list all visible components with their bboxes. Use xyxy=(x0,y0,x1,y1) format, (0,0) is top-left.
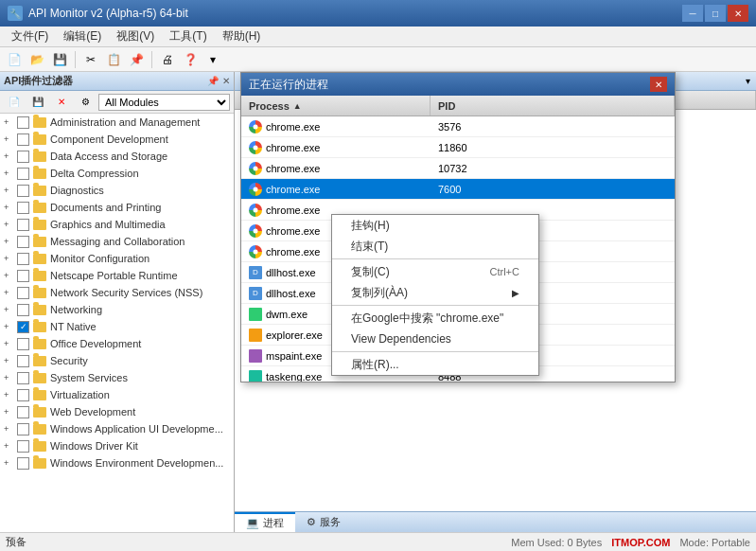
summary-title: 摘要 xyxy=(240,74,261,88)
tree-checkbox[interactable] xyxy=(17,151,29,163)
toolbar-help[interactable]: ❓ xyxy=(180,50,201,69)
tree-item[interactable]: +Diagnostics xyxy=(0,182,234,199)
tree-item[interactable]: +Windows Environment Developmen... xyxy=(0,454,234,471)
toolbar-arrow[interactable]: ▾ xyxy=(202,50,223,69)
tree-checkbox[interactable] xyxy=(17,185,29,197)
filter-save[interactable]: 💾 xyxy=(27,93,48,112)
tree-item[interactable]: +Web Development xyxy=(0,403,234,420)
process-tab-label: 进程 xyxy=(263,516,284,530)
toolbar-copy[interactable]: 📋 xyxy=(103,50,124,69)
menu-view[interactable]: 视图(V) xyxy=(109,27,162,46)
minimize-button[interactable]: ─ xyxy=(682,5,703,22)
toolbar-cut[interactable]: ✂ xyxy=(80,50,101,69)
filter-new[interactable]: 📄 xyxy=(4,93,25,112)
tree-checkbox[interactable] xyxy=(17,440,29,453)
tree-item[interactable]: +Component Development xyxy=(0,131,234,148)
maximize-button[interactable]: □ xyxy=(705,5,726,22)
menu-help[interactable]: 帮助(H) xyxy=(215,27,269,46)
close-button[interactable]: ✕ xyxy=(728,5,748,22)
tree-item[interactable]: +Messaging and Collaboration xyxy=(0,233,234,250)
toolbar-print[interactable]: 🖨 xyxy=(157,50,178,69)
tree-checkbox[interactable] xyxy=(17,406,29,418)
tree-item-label: System Services xyxy=(50,372,128,383)
tree-item-label: Documents and Printing xyxy=(50,202,161,213)
folder-icon xyxy=(32,455,47,471)
filter-toolbar: 📄 💾 ✕ ⚙ All Modules xyxy=(0,91,234,114)
tree-expander-icon: + xyxy=(4,134,17,144)
folder-icon xyxy=(32,370,47,385)
filter-delete[interactable]: ✕ xyxy=(51,93,72,112)
tree-expander-icon: + xyxy=(4,305,17,314)
tree-item[interactable]: +System Services xyxy=(0,369,234,386)
col-num: # xyxy=(235,91,273,109)
tree-item[interactable]: +Graphics and Multimedia xyxy=(0,216,234,233)
table-header: # TID Module API xyxy=(235,91,756,110)
tree-checkbox[interactable] xyxy=(17,372,29,384)
tree-checkbox[interactable] xyxy=(17,116,29,129)
tree-item[interactable]: +Netscape Portable Runtime xyxy=(0,267,234,284)
status-right: Mem Used: 0 Bytes ITMOP.COM Mode: Portab… xyxy=(511,537,750,548)
itmop-badge: ITMOP.COM xyxy=(611,537,670,548)
tree-checkbox[interactable] xyxy=(17,389,29,401)
tree-item[interactable]: +Virtualization xyxy=(0,386,234,403)
tree-item-label: Delta Compression xyxy=(50,168,139,179)
summary-pin[interactable]: ▾ xyxy=(746,76,750,86)
tree-item[interactable]: +Windows Driver Kit xyxy=(0,437,234,454)
tree-item[interactable]: +Network Security Services (NSS) xyxy=(0,284,234,301)
filter-icons[interactable]: ⚙ xyxy=(75,93,96,112)
tree-checkbox[interactable] xyxy=(17,253,29,265)
tree-checkbox[interactable] xyxy=(17,270,29,282)
menu-edit[interactable]: 编辑(E) xyxy=(56,27,109,46)
tree-checkbox[interactable] xyxy=(17,287,29,299)
tab-service[interactable]: ⚙ 服务 xyxy=(295,512,352,532)
tree-checkbox[interactable] xyxy=(17,355,29,367)
tree-checkbox[interactable] xyxy=(17,457,29,470)
folder-icon xyxy=(32,404,47,419)
module-filter-dropdown[interactable]: All Modules xyxy=(98,94,230,111)
tree-item-label: Windows Environment Developmen... xyxy=(50,457,223,469)
toolbar-open[interactable]: 📂 xyxy=(26,50,47,69)
title-bar-text: API Monitor v2 (Alpha-r5) 64-bit xyxy=(28,7,682,20)
tree-item-label: Administration and Management xyxy=(50,116,200,128)
tree-item[interactable]: +Security xyxy=(0,352,234,369)
service-tab-label: 服务 xyxy=(320,515,341,529)
toolbar-paste[interactable]: 📌 xyxy=(126,50,147,69)
tree-item[interactable]: +Windows Application UI Developme... xyxy=(0,420,234,437)
tree-checkbox[interactable] xyxy=(17,219,29,231)
tree-item[interactable]: +✓NT Native xyxy=(0,318,234,335)
menu-file[interactable]: 文件(F) xyxy=(4,27,56,46)
tree-checkbox[interactable]: ✓ xyxy=(17,321,29,333)
tree-item[interactable]: +Delta Compression xyxy=(0,165,234,182)
tree-item[interactable]: +Networking xyxy=(0,301,234,318)
folder-icon xyxy=(32,319,47,334)
tree-checkbox[interactable] xyxy=(17,202,29,214)
tree-checkbox[interactable] xyxy=(17,304,29,316)
tree-checkbox[interactable] xyxy=(17,236,29,248)
tab-process[interactable]: 💻 进程 xyxy=(235,512,295,532)
folder-icon xyxy=(32,251,47,266)
tree-item-label: Networking xyxy=(50,304,102,315)
tree-area: +Administration and Management+Component… xyxy=(0,114,234,532)
toolbar-save[interactable]: 💾 xyxy=(49,50,70,69)
tree-checkbox[interactable] xyxy=(17,133,29,146)
tree-item-label: Windows Driver Kit xyxy=(50,440,138,452)
tree-checkbox[interactable] xyxy=(17,168,29,180)
tree-item[interactable]: +Office Development xyxy=(0,335,234,352)
folder-icon xyxy=(32,353,47,368)
col-tid: TID xyxy=(273,91,339,109)
folder-icon xyxy=(32,132,47,147)
pin-button[interactable]: 📌 xyxy=(207,76,219,86)
menu-tools[interactable]: 工具(T) xyxy=(162,27,214,46)
tree-item[interactable]: +Monitor Configuration xyxy=(0,250,234,267)
toolbar-new[interactable]: 📄 xyxy=(4,50,25,69)
status-bar: 预备 Mem Used: 0 Bytes ITMOP.COM Mode: Por… xyxy=(0,532,756,551)
folder-icon xyxy=(32,421,47,436)
tree-checkbox[interactable] xyxy=(17,423,29,435)
panel-close-button[interactable]: ✕ xyxy=(222,76,230,86)
tree-checkbox[interactable] xyxy=(17,338,29,350)
bottom-tab-bar: 💻 进程 ⚙ 服务 xyxy=(235,511,756,532)
tree-item[interactable]: +Data Access and Storage xyxy=(0,148,234,165)
tree-item[interactable]: +Administration and Management xyxy=(0,114,234,131)
tree-item[interactable]: +Documents and Printing xyxy=(0,199,234,216)
tree-item-label: Monitor Configuration xyxy=(50,253,149,264)
